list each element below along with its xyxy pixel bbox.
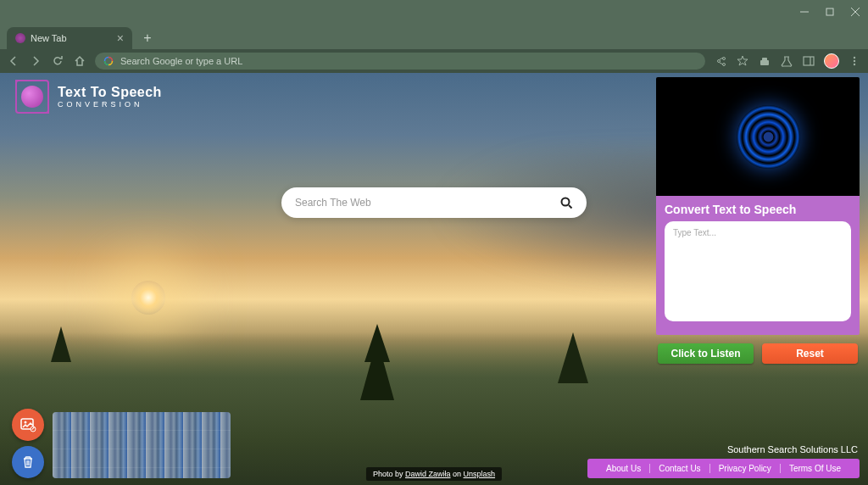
close-window-button[interactable] (849, 6, 861, 18)
labs-icon[interactable] (780, 54, 793, 68)
tab-close-button[interactable]: × (117, 31, 124, 45)
forward-button[interactable] (29, 54, 42, 68)
company-name: Southern Search Solutions LLC (727, 444, 858, 454)
minimize-button[interactable] (798, 6, 810, 18)
logo-subtitle: CONVERSION (58, 101, 162, 109)
search-input[interactable] (295, 197, 560, 209)
svg-rect-5 (804, 57, 814, 65)
footer-link-privacy[interactable]: Privacy Policy (710, 464, 781, 473)
tts-graphic (656, 77, 860, 196)
profile-avatar[interactable] (824, 53, 839, 69)
svg-point-9 (854, 64, 855, 65)
browser-navbar: Search Google or type a URL (0, 49, 868, 73)
tts-heading: Convert Text to Speech (665, 203, 851, 216)
menu-button[interactable] (848, 54, 861, 68)
app-logo: Text To Speech CONVERSION (15, 80, 162, 114)
delete-button[interactable] (12, 446, 44, 478)
footer-link-about[interactable]: About Us (598, 464, 650, 473)
spiral-icon (737, 105, 800, 169)
search-icon[interactable] (560, 197, 573, 209)
tab-bar: New Tab × + (0, 24, 868, 49)
tts-panel: Convert Text to Speech Click to Listen R… (656, 77, 860, 364)
pixelated-region (53, 412, 231, 478)
reload-button[interactable] (51, 54, 64, 68)
browser-tab[interactable]: New Tab × (7, 27, 132, 49)
footer-link-terms[interactable]: Terms Of Use (781, 464, 849, 473)
background-sun (131, 281, 165, 315)
svg-point-8 (854, 60, 855, 62)
svg-line-11 (569, 205, 572, 209)
share-icon[interactable] (714, 54, 727, 68)
omnibox[interactable]: Search Google or type a URL (95, 53, 705, 70)
logo-title: Text To Speech (58, 86, 162, 99)
new-tab-button[interactable]: + (139, 30, 156, 47)
svg-point-10 (562, 198, 570, 205)
svg-point-7 (854, 57, 855, 59)
logo-icon (15, 80, 49, 114)
photo-credit: Photo by Dawid Zawiła on Unsplash (366, 467, 502, 481)
listen-button[interactable]: Click to Listen (658, 343, 754, 364)
change-background-button[interactable] (12, 409, 44, 441)
photo-source-link[interactable]: Unsplash (464, 470, 496, 478)
svg-point-13 (25, 421, 27, 424)
photo-author-link[interactable]: Dawid Zawiła (405, 470, 451, 478)
tab-title: New Tab (31, 33, 67, 43)
window-titlebar (0, 0, 868, 24)
reset-button[interactable]: Reset (762, 343, 858, 364)
bookmark-star-icon[interactable] (736, 54, 749, 68)
omnibox-placeholder: Search Google or type a URL (120, 56, 242, 66)
footer-links: About Us Contact Us Privacy Policy Terms… (587, 459, 860, 478)
home-button[interactable] (73, 54, 86, 68)
svg-rect-1 (826, 8, 833, 15)
maximize-button[interactable] (824, 6, 836, 18)
back-button[interactable] (7, 54, 20, 68)
footer-link-contact[interactable]: Contact Us (650, 464, 709, 473)
extensions-icon[interactable] (758, 54, 771, 68)
tab-favicon (15, 33, 25, 43)
main-search-bar[interactable] (281, 187, 587, 218)
page-content: Text To Speech CONVERSION Convert Text t… (0, 73, 868, 485)
google-icon (103, 56, 114, 66)
tts-textarea[interactable] (665, 221, 851, 321)
sidepanel-icon[interactable] (802, 54, 815, 68)
